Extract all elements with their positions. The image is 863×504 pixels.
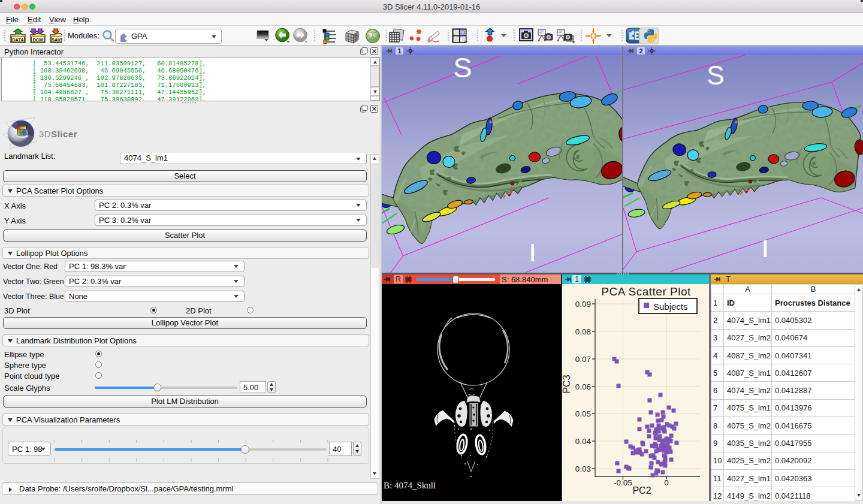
svg-text:Subjects: Subjects bbox=[653, 301, 688, 312]
svg-text:0.09: 0.09 bbox=[575, 300, 591, 309]
svg-text:-0.05: -0.05 bbox=[614, 478, 632, 487]
svg-text:0.06: 0.06 bbox=[575, 382, 591, 391]
svg-text:S: S bbox=[707, 61, 724, 90]
svg-text:S: S bbox=[453, 55, 472, 83]
svg-text:SAVE: SAVE bbox=[52, 37, 62, 43]
svg-text:DATA: DATA bbox=[12, 37, 24, 43]
svg-text:0.04: 0.04 bbox=[575, 437, 592, 446]
svg-text:PC2: PC2 bbox=[632, 485, 651, 496]
svg-text:0: 0 bbox=[664, 478, 669, 487]
svg-text:B: 4074_Skull: B: 4074_Skull bbox=[384, 481, 436, 490]
svg-text:0.08: 0.08 bbox=[575, 327, 591, 336]
svg-text:DCM: DCM bbox=[32, 37, 43, 43]
svg-text:0.03: 0.03 bbox=[575, 464, 591, 473]
svg-text:PC3: PC3 bbox=[562, 375, 572, 393]
svg-text:PCA Scatter Plot: PCA Scatter Plot bbox=[601, 285, 691, 298]
svg-text:3DSlicer: 3DSlicer bbox=[39, 129, 77, 139]
svg-text:0.05: 0.05 bbox=[575, 409, 591, 418]
svg-text:0.07: 0.07 bbox=[575, 355, 591, 364]
